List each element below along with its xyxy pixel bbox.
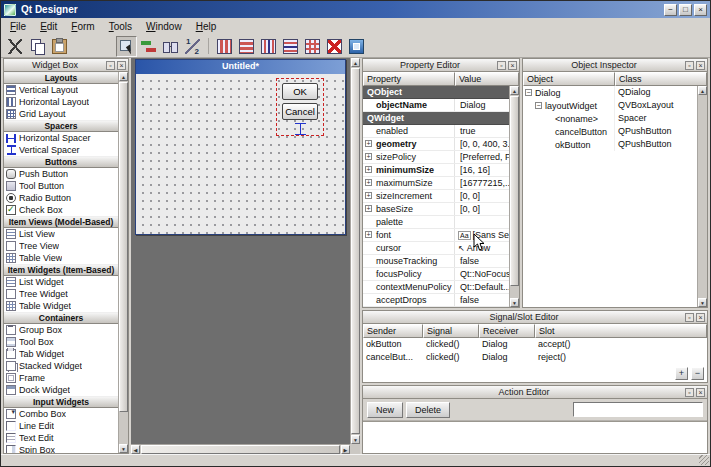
close-button[interactable]: × [508, 61, 517, 70]
column-header[interactable]: Property [363, 72, 455, 86]
close-button[interactable]: × [696, 61, 705, 70]
menu-item[interactable]: Tools [102, 20, 139, 33]
action-filter-input[interactable] [573, 402, 703, 417]
widget-box-item[interactable]: Check Box [4, 204, 118, 216]
property-row[interactable]: acceptDrops false [363, 294, 509, 307]
widget-box-item[interactable]: Horizontal Layout [4, 96, 118, 108]
scroll-up-icon[interactable] [351, 58, 360, 67]
property-editor-scrollbar[interactable] [509, 86, 519, 307]
widget-box-titlebar[interactable]: Widget Box ▫ × [4, 59, 128, 72]
collapse-icon[interactable] [525, 89, 532, 96]
toolbar-button[interactable] [5, 36, 26, 57]
widget-box-item[interactable]: Horizontal Spacer [4, 132, 118, 144]
widget-box-item[interactable]: Tab Widget [4, 348, 118, 360]
close-button[interactable]: × [694, 4, 707, 16]
toolbar-button[interactable] [160, 36, 181, 57]
widget-box-item[interactable]: Dock Widget [4, 384, 118, 396]
expand-icon[interactable] [365, 205, 372, 212]
mdi-horizontal-scrollbar[interactable] [131, 444, 350, 454]
float-button[interactable]: ▫ [685, 61, 694, 70]
new-action-button[interactable]: New [367, 402, 403, 418]
window-titlebar[interactable]: Qt Designer −□× [1, 1, 710, 18]
widget-box-item[interactable]: Vertical Layout [4, 84, 118, 96]
toolbar-button[interactable] [258, 36, 279, 57]
vertical-spacer-widget[interactable] [295, 123, 306, 135]
widget-box-item[interactable]: Tree Widget [4, 288, 118, 300]
widget-box-category[interactable]: Input Widgets [4, 396, 118, 408]
column-header[interactable]: Class [615, 72, 707, 86]
scroll-left-icon[interactable] [131, 445, 140, 454]
widget-box-item[interactable]: Tool Box [4, 336, 118, 348]
expand-icon[interactable] [365, 153, 372, 160]
close-button[interactable]: × [117, 61, 126, 70]
maximize-button[interactable]: □ [679, 4, 692, 16]
expand-icon[interactable] [365, 140, 372, 147]
expand-icon[interactable] [365, 192, 372, 199]
widget-box-item[interactable]: Group Box [4, 324, 118, 336]
expand-icon[interactable] [365, 231, 372, 238]
mdi-vertical-scrollbar[interactable] [350, 58, 360, 444]
expand-icon[interactable] [365, 166, 372, 173]
toolbar-button[interactable] [324, 36, 345, 57]
property-row[interactable]: palette [363, 216, 509, 229]
toolbar-button[interactable] [214, 36, 235, 57]
widget-box-item[interactable]: Table View [4, 252, 118, 264]
property-row[interactable]: sizePolicy [Preferred, P... [363, 151, 509, 164]
property-row[interactable]: maximumSize [16777215,... [363, 177, 509, 190]
scroll-up-icon[interactable] [119, 72, 128, 81]
widget-box-category[interactable]: Layouts [4, 72, 118, 84]
property-row[interactable]: cursor Arrow [363, 242, 509, 255]
menu-item[interactable]: Edit [33, 20, 64, 33]
remove-connection-button[interactable]: − [691, 367, 704, 380]
column-header[interactable]: Object [523, 72, 615, 86]
property-row[interactable]: QObject [363, 86, 509, 99]
scroll-right-icon[interactable] [341, 445, 350, 454]
ok-button[interactable]: OK [282, 83, 318, 100]
scrollbar-thumb[interactable] [141, 445, 340, 454]
property-editor-titlebar[interactable]: Property Editor ▫ × [363, 59, 519, 72]
object-tree-row[interactable]: Dialog QDialog [523, 86, 697, 99]
float-button[interactable]: ▫ [685, 388, 694, 397]
widget-box-category[interactable]: Containers [4, 312, 118, 324]
toolbar-button[interactable] [346, 36, 367, 57]
scrollbar-thumb[interactable] [119, 82, 128, 412]
widget-box-category[interactable]: Item Widgets (Item-Based) [4, 264, 118, 276]
scroll-down-icon[interactable] [351, 435, 360, 444]
close-button[interactable]: × [696, 388, 705, 397]
widget-box-category[interactable]: Spacers [4, 120, 118, 132]
widget-box-item[interactable]: Push Button [4, 168, 118, 180]
connection-row[interactable]: cancelBut... clicked() Dialog reject() [363, 351, 707, 364]
cancel-button[interactable]: Cancel [282, 103, 318, 120]
property-row[interactable]: minimumSize [16, 16] [363, 164, 509, 177]
widget-box-category[interactable]: Item Views (Model-Based) [4, 216, 118, 228]
widget-box-item[interactable]: Text Edit [4, 432, 118, 444]
property-row[interactable]: baseSize [0, 0] [363, 203, 509, 216]
widget-box-item[interactable]: Line Edit [4, 420, 118, 432]
scroll-down-icon[interactable] [119, 444, 128, 453]
minimize-button[interactable]: − [664, 4, 677, 16]
form-window[interactable]: Untitled* OK Cancel [135, 59, 346, 235]
property-row[interactable]: contextMenuPolicy Qt::Default... [363, 281, 509, 294]
widget-box-item[interactable]: Combo Box [4, 408, 118, 420]
widget-box-item[interactable]: List Widget [4, 276, 118, 288]
collapse-icon[interactable] [535, 102, 542, 109]
property-row[interactable]: sizeIncrement [0, 0] [363, 190, 509, 203]
scroll-down-icon[interactable] [510, 298, 519, 307]
float-button[interactable]: ▫ [497, 61, 506, 70]
widget-box-item[interactable]: Table Widget [4, 300, 118, 312]
column-header[interactable]: Receiver [479, 324, 535, 338]
toolbar-button[interactable] [49, 36, 70, 57]
delete-action-button[interactable]: Delete [406, 402, 450, 418]
toolbar-button[interactable] [182, 36, 203, 57]
signal-slot-editor-titlebar[interactable]: Signal/Slot Editor ▫ × [363, 311, 707, 324]
resize-grip[interactable] [699, 455, 709, 465]
widget-box-item[interactable]: Radio Button [4, 192, 118, 204]
property-row[interactable]: objectName Dialog [363, 99, 509, 112]
menu-item[interactable]: Help [189, 20, 224, 33]
object-inspector-titlebar[interactable]: Object Inspector ▫ × [523, 59, 707, 72]
action-editor-titlebar[interactable]: Action Editor ▫ × [363, 386, 707, 399]
widget-box-scrollbar[interactable] [118, 72, 128, 453]
column-header[interactable]: Signal [423, 324, 479, 338]
object-tree-row[interactable]: <noname> Spacer [523, 112, 697, 125]
property-row[interactable]: mouseTracking false [363, 255, 509, 268]
